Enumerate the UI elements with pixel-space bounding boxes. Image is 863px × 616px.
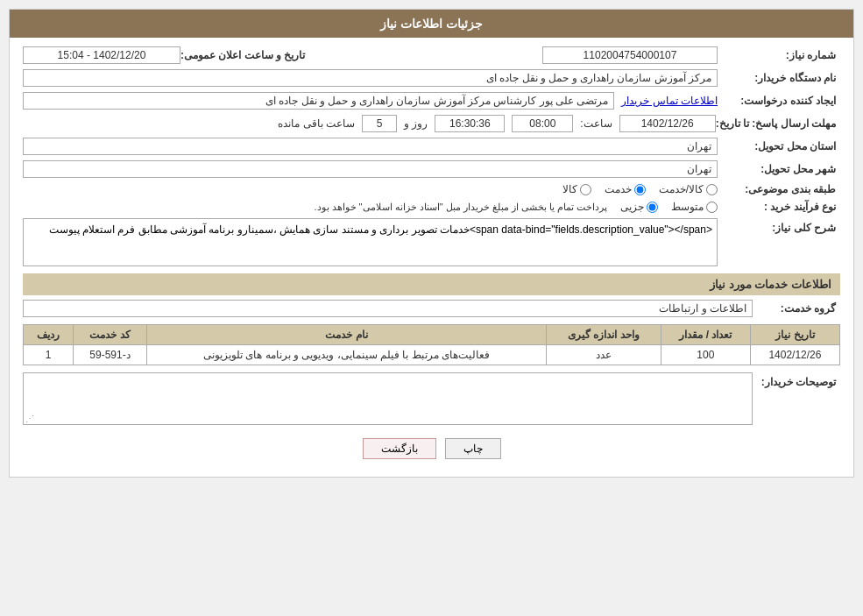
response-deadline-label: مهلت ارسال پاسخ: تا تاریخ: (716, 117, 840, 130)
service-group-label: گروه خدمت: (753, 302, 840, 315)
response-time: 08:00 (512, 115, 573, 132)
remaining-days: 5 (362, 115, 397, 132)
category-kala-radio[interactable] (580, 184, 591, 195)
contact-link[interactable]: اطلاعات تماس خریدار (621, 95, 718, 107)
row-unit: عدد (547, 345, 661, 365)
col-unit: واحد اندازه گیری (547, 325, 661, 345)
category-kala-khadamat-radio[interactable] (706, 184, 718, 195)
resize-handle-icon: ⋱ (25, 414, 34, 422)
action-buttons: بازگشت چاپ (23, 438, 840, 459)
creator-label: ایجاد کننده درخواست: (718, 95, 840, 107)
category-kala-option[interactable]: کالا (562, 183, 591, 195)
services-table: تاریخ نیاز تعداد / مقدار واحد اندازه گیر… (23, 324, 840, 365)
buyer-notes-box: ⋱ (23, 372, 753, 425)
description-textarea[interactable]: <span data-bind="fields.description_valu… (23, 218, 718, 266)
category-kala-label: کالا (562, 183, 577, 195)
process-motavaset-option[interactable]: متوسط (671, 201, 718, 213)
process-note: پرداخت تمام یا بخشی از مبلغ خریدار مبل "… (314, 202, 607, 213)
category-khadamat-label: خدمت (605, 183, 632, 195)
col-row: ردیف (24, 325, 74, 345)
province-label: استان محل تحویل: (718, 140, 840, 152)
process-jazee-label: جزیی (620, 201, 644, 213)
description-header-label: شرح کلی نیاز: (718, 218, 840, 234)
city-value: تهران (23, 160, 718, 178)
remaining-day-label: روز و (404, 117, 428, 130)
process-motavaset-label: متوسط (671, 201, 704, 213)
page-title: جزئیات اطلاعات نیاز (380, 17, 483, 31)
category-kala-khadamat-label: کالا/خدمت (659, 183, 704, 195)
need-number-value: 1102004754000107 (542, 46, 718, 64)
services-section-header: اطلاعات خدمات مورد نیاز (23, 273, 840, 295)
city-label: شهر محل تحویل: (718, 163, 840, 175)
row-qty: 100 (661, 345, 750, 365)
process-motavaset-radio[interactable] (706, 202, 718, 213)
print-button[interactable]: چاپ (445, 438, 501, 459)
remaining-time: 16:30:36 (435, 115, 505, 132)
need-number-label: شماره نیاز: (718, 49, 840, 61)
announce-datetime-label: تاریخ و ساعت اعلان عمومی: (180, 49, 309, 61)
process-group: متوسط جزیی پرداخت تمام یا بخشی از مبلغ خ… (23, 201, 718, 213)
row-service-name: فعالیت‌های مرتبط با فیلم سینمایی، ویدیوی… (147, 345, 547, 365)
category-khadamat-radio[interactable] (634, 184, 646, 195)
buyer-name-value: مرکز آموزش سازمان راهداری و حمل و نقل جا… (23, 69, 718, 87)
page-header: جزئیات اطلاعات نیاز (10, 10, 853, 38)
back-button[interactable]: بازگشت (363, 438, 436, 459)
buyer-notes-label: توصیحات خریدار: (753, 372, 840, 388)
col-code: کد خدمت (74, 325, 147, 345)
creator-value: مرتضی علی پور کارشناس مرکز آموزش سازمان … (23, 92, 614, 110)
row-code: د-591-59 (74, 345, 147, 365)
announce-datetime-value: 1402/12/20 - 15:04 (23, 46, 180, 64)
row-date: 1402/12/26 (750, 345, 839, 365)
response-time-label: ساعت: (580, 117, 612, 130)
category-khadamat-option[interactable]: خدمت (605, 183, 646, 195)
process-jazee-option[interactable]: جزیی (620, 201, 658, 213)
response-date: 1402/12/26 (619, 115, 716, 132)
process-label: نوع فرآیند خرید : (718, 201, 840, 213)
province-value: تهران (23, 138, 718, 155)
col-name: نام خدمت (147, 325, 547, 345)
col-qty: تعداد / مقدار (661, 325, 750, 345)
col-date: تاریخ نیاز (750, 325, 839, 345)
process-jazee-radio[interactable] (647, 202, 658, 213)
row-number: 1 (24, 345, 74, 365)
table-row: 1402/12/26 100 عدد فعالیت‌های مرتبط با ف… (24, 345, 840, 365)
category-label: طبقه بندی موضوعی: (718, 183, 840, 195)
buyer-name-label: نام دستگاه خریدار: (718, 72, 840, 84)
category-kala-khadamat-option[interactable]: کالا/خدمت (659, 183, 718, 195)
remaining-suffix: ساعت باقی مانده (278, 117, 355, 130)
service-group-value: اطلاعات و ارتباطات (23, 300, 753, 317)
category-radio-group: کالا/خدمت خدمت کالا (562, 183, 718, 195)
